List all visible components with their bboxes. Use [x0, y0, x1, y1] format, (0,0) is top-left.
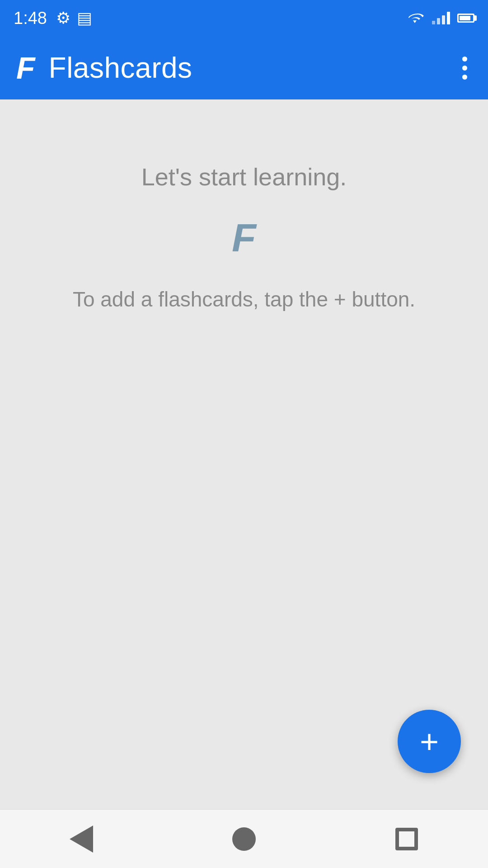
app-title: Flashcards — [49, 51, 192, 85]
menu-dot-2 — [462, 66, 467, 71]
more-options-button[interactable] — [458, 52, 472, 84]
status-time: 1:48 — [14, 9, 47, 28]
app-bar-left: F Flashcards — [16, 51, 192, 85]
back-icon — [70, 826, 93, 853]
app-logo-gray: F — [232, 218, 256, 258]
main-content: Let's start learning. F To add a flashca… — [0, 99, 488, 809]
nav-back-button[interactable] — [59, 816, 104, 862]
empty-state-icon: F — [232, 218, 256, 258]
add-icon: + — [420, 725, 439, 758]
sim-icon: ▤ — [77, 9, 92, 28]
nav-home-button[interactable] — [221, 816, 267, 862]
home-icon — [232, 827, 256, 851]
app-bar: F Flashcards — [0, 36, 488, 99]
status-bar-right — [405, 10, 474, 26]
empty-state-title: Let's start learning. — [141, 163, 347, 191]
add-flashcard-button[interactable]: + — [398, 710, 461, 773]
signal-icon — [432, 12, 450, 24]
app-logo: F — [16, 52, 35, 83]
wifi-icon — [405, 10, 425, 26]
empty-state-subtitle: To add a flashcards, tap the + button. — [55, 285, 433, 314]
menu-dot-3 — [462, 75, 467, 80]
nav-recents-button[interactable] — [384, 816, 429, 862]
battery-icon — [457, 14, 474, 23]
recents-icon — [395, 828, 418, 850]
bottom-navigation — [0, 809, 488, 868]
status-bar-left: 1:48 ⚙ ▤ — [14, 9, 92, 28]
gear-icon: ⚙ — [56, 9, 70, 28]
menu-dot-1 — [462, 57, 467, 61]
status-bar: 1:48 ⚙ ▤ — [0, 0, 488, 36]
status-icons: ⚙ ▤ — [56, 9, 92, 28]
